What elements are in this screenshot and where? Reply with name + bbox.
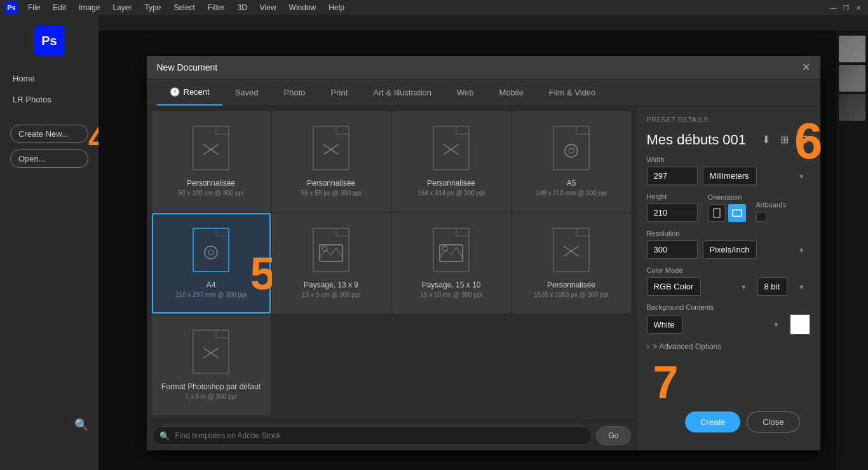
- bg-contents-select-wrapper: White ▼: [647, 315, 785, 334]
- create-new-button[interactable]: Create New... 4: [10, 125, 88, 143]
- preset-section-label: PRESET DETAILS: [647, 116, 810, 123]
- template-preview-icon: [189, 225, 233, 275]
- template-card[interactable]: Personnalisée 164 x 314 px @ 300 ppi: [392, 111, 511, 212]
- template-card[interactable]: Paysage, 13 x 9 13 x 9 cm @ 300 ppi: [272, 213, 391, 314]
- menu-bar: Ps File Edit Image Layer Type Select Fil…: [0, 0, 868, 15]
- menu-filter[interactable]: Filter: [205, 2, 227, 13]
- close-dialog-button[interactable]: Close: [747, 411, 799, 432]
- template-size: 7 x 5 in @ 300 ppi: [186, 393, 237, 400]
- close-window-button[interactable]: ✕: [854, 3, 863, 12]
- dialog-header: New Document ✕: [147, 56, 820, 79]
- template-preview-icon: [429, 225, 473, 275]
- tab-film-video[interactable]: Film & Video: [536, 80, 608, 105]
- width-unit-arrow: ▼: [799, 172, 805, 179]
- resolution-unit-select[interactable]: Pixels/Inch: [703, 240, 757, 259]
- preset-icons: ⬇ ⊞ ☰: [759, 131, 810, 148]
- width-input[interactable]: [647, 167, 698, 185]
- dialog-title: New Document: [157, 62, 218, 73]
- color-mode-arrow: ▼: [741, 283, 747, 290]
- template-card[interactable]: Personnalisée 1535 x 1063 px @ 300 ppi: [512, 213, 631, 314]
- ps-app-icon: Ps: [5, 1, 18, 14]
- menu-type[interactable]: Type: [142, 2, 163, 13]
- resolution-input[interactable]: [647, 240, 698, 259]
- menu-view[interactable]: View: [257, 2, 279, 13]
- landscape-button[interactable]: [728, 204, 746, 222]
- svg-rect-30: [433, 228, 469, 272]
- artboards-checkbox[interactable]: [756, 212, 766, 222]
- create-button[interactable]: Create: [685, 411, 740, 432]
- maximize-button[interactable]: ❐: [841, 3, 850, 12]
- template-size: 148 x 210 mm @ 300 ppi: [536, 190, 607, 197]
- template-preview-icon: [189, 123, 233, 174]
- tab-web[interactable]: Web: [444, 80, 487, 105]
- template-card[interactable]: Personnalisée 50 x 100 cm @ 300 ppi: [152, 111, 271, 212]
- sidebar-search-icon[interactable]: 🔍: [74, 418, 88, 432]
- tab-recent[interactable]: 🕐 Recent: [157, 79, 222, 106]
- color-bit-arrow: ▼: [799, 283, 805, 290]
- sidebar-item-home[interactable]: Home: [0, 70, 98, 87]
- dialog-overlay: New Document ✕ 🕐 Recent Saved Photo: [98, 31, 868, 470]
- bg-contents-select[interactable]: White: [647, 315, 682, 334]
- templates-area: Personnalisée 50 x 100 cm @ 300 ppi: [147, 106, 636, 450]
- preset-panel: PRESET DETAILS Mes débuts 001 6 ⬇ ⊞ ☰: [636, 106, 820, 450]
- color-bit-wrapper: 8 bit ▼: [757, 277, 810, 296]
- background-color-preview[interactable]: [790, 314, 810, 335]
- height-input[interactable]: [647, 204, 698, 222]
- width-label: Width: [647, 156, 810, 163]
- template-name: Personnalisée: [307, 179, 355, 188]
- template-size: 55 x 55 px @ 300 ppi: [301, 190, 362, 197]
- bg-arrow: ▼: [773, 321, 780, 328]
- open-button[interactable]: Open...: [10, 149, 88, 168]
- advanced-chevron-icon: ›: [647, 342, 649, 351]
- menu-3d[interactable]: 3D: [234, 2, 249, 13]
- menu-image[interactable]: Image: [76, 2, 102, 13]
- menu-file[interactable]: File: [25, 2, 43, 13]
- svg-rect-45: [714, 209, 720, 218]
- template-size: 164 x 314 px @ 300 ppi: [417, 190, 485, 197]
- background-contents-group: Background Contents White ▼: [647, 303, 810, 335]
- tab-mobile[interactable]: Mobile: [487, 80, 536, 105]
- template-card-selected[interactable]: A4 210 x 297 mm @ 300 ppi 5: [152, 213, 271, 314]
- menu-select[interactable]: Select: [171, 2, 197, 13]
- artboard-group: Artboards: [756, 201, 787, 222]
- go-button[interactable]: Go: [596, 426, 630, 445]
- svg-rect-0: [193, 127, 229, 170]
- orientation-buttons: [708, 204, 746, 222]
- svg-rect-5: [313, 127, 349, 170]
- template-card[interactable]: Paysage, 15 x 10 15 x 10 cm @ 300 ppi: [392, 213, 511, 314]
- tab-saved[interactable]: Saved: [222, 80, 271, 105]
- template-name: Paysage, 15 x 10: [422, 280, 481, 289]
- download-preset-icon[interactable]: ⬇: [759, 131, 773, 148]
- minimize-button[interactable]: —: [829, 3, 837, 12]
- menu-help[interactable]: Help: [326, 2, 347, 13]
- list-view-icon[interactable]: ☰: [796, 131, 810, 148]
- tab-print[interactable]: Print: [318, 80, 361, 105]
- color-mode-select[interactable]: RGB Color: [647, 277, 701, 296]
- menu-edit[interactable]: Edit: [50, 2, 69, 13]
- menu-window[interactable]: Window: [287, 2, 319, 13]
- tab-photo[interactable]: Photo: [271, 80, 318, 105]
- template-size: 15 x 10 cm @ 300 ppi: [420, 291, 482, 298]
- search-wrapper: 🔍: [152, 426, 593, 445]
- app-body: Ps Home LR Photos Create New... 4 Open..…: [0, 15, 868, 470]
- grid-view-icon[interactable]: ⊞: [778, 131, 791, 148]
- width-unit-select[interactable]: Millimeters: [703, 167, 757, 185]
- template-card[interactable]: A5 148 x 210 mm @ 300 ppi: [512, 111, 631, 212]
- sidebar-item-lr-photos[interactable]: LR Photos: [0, 91, 98, 108]
- template-card[interactable]: Format Photoshop par défaut 7 x 5 in @ 3…: [152, 315, 271, 415]
- dialog-close-button[interactable]: ✕: [802, 62, 810, 73]
- svg-rect-25: [313, 228, 349, 272]
- template-card[interactable]: Personnalisée 55 x 55 px @ 300 ppi: [272, 111, 391, 212]
- template-preview-icon: [309, 123, 353, 174]
- advanced-options[interactable]: › > Advanced Options: [647, 342, 810, 351]
- template-name: A4: [207, 280, 216, 289]
- menu-layer[interactable]: Layer: [110, 2, 134, 13]
- color-bit-select[interactable]: 8 bit: [757, 277, 787, 296]
- template-size: 1535 x 1063 px @ 300 ppi: [534, 291, 609, 298]
- template-search-input[interactable]: [152, 426, 593, 445]
- portrait-button[interactable]: [708, 204, 726, 222]
- color-mode-wrapper: RGB Color ▼: [647, 277, 752, 296]
- tab-art-illustration[interactable]: Art & Illustration: [360, 80, 444, 105]
- resolution-arrow: ▼: [799, 246, 805, 253]
- orientation-row: Height Orientation: [647, 193, 810, 222]
